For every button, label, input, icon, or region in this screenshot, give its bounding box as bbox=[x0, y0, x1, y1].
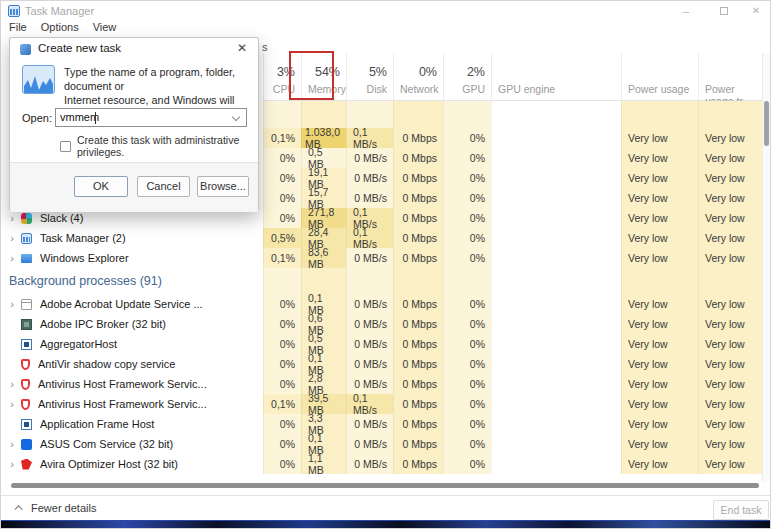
process-name: Adobe IPC Broker (32 bit) bbox=[40, 318, 166, 330]
disk-cell: 0,1 MB/s bbox=[346, 394, 393, 414]
combobox-dropdown-icon[interactable] bbox=[232, 113, 240, 121]
gpu_engine-cell bbox=[491, 168, 621, 188]
fewer-details-label: Fewer details bbox=[31, 502, 96, 514]
expand-chevron-icon[interactable]: › bbox=[5, 252, 19, 264]
vertical-scrollbar-thumb[interactable] bbox=[764, 101, 769, 146]
column-header-cpu[interactable]: 3%CPU bbox=[263, 53, 301, 101]
checkbox-box[interactable] bbox=[60, 141, 71, 152]
memory-cell: 1,1 MB bbox=[301, 454, 346, 474]
memory-cell: 28,4 MB bbox=[301, 228, 346, 248]
power_trend-cell: Very low bbox=[698, 188, 764, 208]
cpu-cell: 0% bbox=[263, 454, 301, 474]
expand-chevron-icon[interactable]: › bbox=[5, 398, 19, 410]
gpu-cell: 0% bbox=[443, 374, 491, 394]
process-name-cell: Adobe IPC Broker (32 bit) bbox=[1, 314, 263, 334]
power-cell: Very low bbox=[621, 188, 698, 208]
process-name: ASUS Com Service (32 bit) bbox=[40, 438, 173, 450]
browse-button[interactable]: Browse... bbox=[197, 176, 249, 197]
gpu_engine-cell bbox=[491, 414, 621, 434]
vertical-scrollbar[interactable] bbox=[762, 53, 770, 482]
dialog-footer: OK Cancel Browse... bbox=[10, 162, 258, 212]
winblue-icon bbox=[21, 339, 32, 350]
column-header-power_trend[interactable]: Power usage tr... bbox=[698, 53, 764, 101]
fewer-details-toggle[interactable]: Fewer details bbox=[17, 502, 96, 514]
expand-chevron-icon[interactable]: › bbox=[5, 458, 19, 470]
gpu-cell bbox=[443, 268, 491, 294]
table-row[interactable]: Application Frame Host0%3,3 MB0 MB/s0 Mb… bbox=[1, 414, 764, 434]
horizontal-scrollbar-thumb[interactable] bbox=[11, 483, 759, 488]
table-row[interactable]: ›Task Manager (2)0,5%28,4 MB0,1 MB/s0 Mb… bbox=[1, 228, 764, 248]
expand-chevron-icon[interactable]: › bbox=[5, 212, 19, 224]
process-name: AntiVir shadow copy service bbox=[38, 358, 175, 370]
cpu-cell: 0,5% bbox=[263, 228, 301, 248]
column-header-disk[interactable]: 5%Disk bbox=[346, 53, 393, 101]
disk-cell: 0 MB/s bbox=[346, 294, 393, 314]
gpu-cell: 0% bbox=[443, 128, 491, 148]
gpu-cell: 0% bbox=[443, 148, 491, 168]
expand-chevron-icon[interactable]: › bbox=[5, 378, 19, 390]
cpu-cell: 0% bbox=[263, 434, 301, 454]
column-header-memory[interactable]: 54%Memory bbox=[301, 53, 346, 101]
table-row[interactable]: Adobe IPC Broker (32 bit)0%0,6 MB0 MB/s0… bbox=[1, 314, 764, 334]
cpu-cell: 0% bbox=[263, 334, 301, 354]
open-combobox[interactable]: vmmem bbox=[55, 108, 247, 127]
table-row[interactable]: ›Avira Optimizer Host (32 bit)0%1,1 MB0 … bbox=[1, 454, 764, 474]
power-cell: Very low bbox=[621, 208, 698, 228]
gpu-cell: 0% bbox=[443, 454, 491, 474]
cpu-cell: 0,1% bbox=[263, 248, 301, 268]
memory-cell: 0,1 MB bbox=[301, 354, 346, 374]
process-name-cell: ›ASUS Com Service (32 bit) bbox=[1, 434, 263, 454]
cpu-cell bbox=[263, 268, 301, 294]
expand-chevron-icon[interactable]: › bbox=[5, 438, 19, 450]
memory-cell: 0,6 MB bbox=[301, 314, 346, 334]
column-header-gpu[interactable]: 2%GPU bbox=[443, 53, 491, 101]
power-cell: Very low bbox=[621, 454, 698, 474]
power-cell: Very low bbox=[621, 334, 698, 354]
ok-button[interactable]: OK bbox=[74, 176, 128, 197]
table-row[interactable]: ›ASUS Com Service (32 bit)0%0,1 MB0 MB/s… bbox=[1, 434, 764, 454]
winblue-icon bbox=[21, 419, 32, 430]
table-row[interactable]: ›Adobe Acrobat Update Service ...0%0,1 M… bbox=[1, 294, 764, 314]
table-row[interactable]: ›Windows Explorer0,1%83,6 MB0 MB/s0 Mbps… bbox=[1, 248, 764, 268]
disk-cell: 0 MB/s bbox=[346, 168, 393, 188]
section-header-row[interactable]: Background processes (91) bbox=[1, 268, 764, 294]
dialog-close-icon[interactable]: ✕ bbox=[234, 41, 250, 55]
process-name: Application Frame Host bbox=[40, 418, 154, 430]
process-name-cell: Background processes (91) bbox=[1, 268, 263, 294]
taskmgr-icon bbox=[21, 233, 32, 244]
power_trend-cell: Very low bbox=[698, 248, 764, 268]
expand-chevron-icon[interactable]: › bbox=[5, 298, 19, 310]
expand-chevron-icon[interactable]: › bbox=[5, 232, 19, 244]
column-header-network[interactable]: 0%Network bbox=[393, 53, 443, 101]
column-header-gpu_engine[interactable]: GPU engine bbox=[491, 53, 621, 101]
disk-cell: 0 MB/s bbox=[346, 374, 393, 394]
network-cell: 0 Mbps bbox=[393, 228, 443, 248]
table-row[interactable]: AggregatorHost0%0,5 MB0 MB/s0 Mbps0%Very… bbox=[1, 334, 764, 354]
table-row[interactable]: AntiVir shadow copy service0%0,1 MB0 MB/… bbox=[1, 354, 764, 374]
dialog-title: Create new task bbox=[38, 42, 121, 54]
create-new-task-dialog: Create new task ✕ Type the name of a pro… bbox=[9, 37, 259, 211]
memory-cell: 3,3 MB bbox=[301, 414, 346, 434]
table-row[interactable]: ›Antivirus Host Framework Servic...0,1%3… bbox=[1, 394, 764, 414]
power_trend-cell: Very low bbox=[698, 314, 764, 334]
gpu-cell: 0% bbox=[443, 188, 491, 208]
cpu-cell: 0% bbox=[263, 208, 301, 228]
gpu-cell: 0% bbox=[443, 228, 491, 248]
open-value: vmmem bbox=[60, 111, 99, 123]
disk-cell: 0,1 MB/s bbox=[346, 128, 393, 148]
cancel-button[interactable]: Cancel bbox=[137, 176, 190, 197]
power_trend-cell bbox=[698, 268, 764, 294]
cpu-cell: 0% bbox=[263, 168, 301, 188]
power-cell: Very low bbox=[621, 314, 698, 334]
gpu-cell: 0% bbox=[443, 168, 491, 188]
power_trend-cell: Very low bbox=[698, 294, 764, 314]
table-row[interactable]: ›Antivirus Host Framework Servic...0%2,8… bbox=[1, 374, 764, 394]
admin-privileges-checkbox[interactable]: Create this task with administrative pri… bbox=[60, 134, 258, 158]
column-header-power[interactable]: Power usage bbox=[621, 53, 698, 101]
gpu_engine-cell bbox=[491, 334, 621, 354]
network-cell: 0 Mbps bbox=[393, 248, 443, 268]
slack-icon bbox=[21, 213, 32, 224]
memory-cell: 83,6 MB bbox=[301, 248, 346, 268]
end-task-button[interactable]: End task bbox=[713, 500, 769, 520]
checkbox-label: Create this task with administrative pri… bbox=[77, 134, 258, 158]
